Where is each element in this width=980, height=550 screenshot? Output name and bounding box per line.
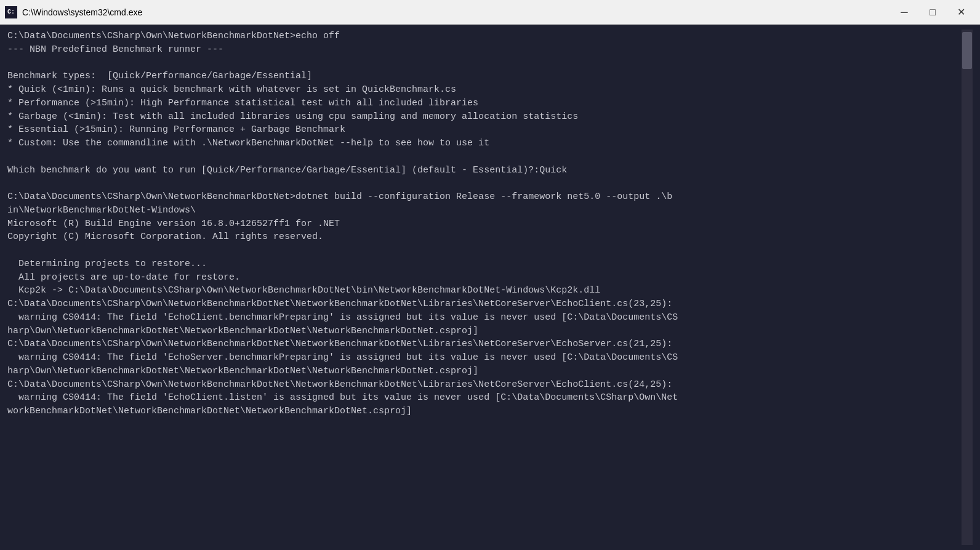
terminal-line: Microsoft (R) Build Engine version 16.8.… <box>7 217 962 231</box>
title-bar: C: C:\Windows\system32\cmd.exe ─ □ ✕ <box>0 0 980 25</box>
close-button[interactable]: ✕ <box>947 0 975 25</box>
scrollbar-thumb[interactable] <box>962 32 972 69</box>
terminal-line: --- NBN Predefined Benchmark runner --- <box>7 43 962 57</box>
terminal-window: C:\Data\Documents\CSharp\Own\NetworkBenc… <box>0 25 980 550</box>
terminal-line: in\NetworkBenchmarkDotNet-Windows\ <box>7 204 962 217</box>
terminal-line: C:\Data\Documents\CSharp\Own\NetworkBenc… <box>7 30 962 43</box>
terminal-line: Determining projects to restore... <box>7 257 962 271</box>
terminal-line: * Performance (>15min): High Performance… <box>7 97 962 110</box>
cmd-icon-label: C: <box>7 9 15 15</box>
terminal-line: warning CS0414: The field 'EchoClient.li… <box>7 391 962 405</box>
window-title: C:\Windows\system32\cmd.exe <box>22 7 142 17</box>
terminal-line: All projects are up-to-date for restore. <box>7 271 962 285</box>
terminal-line: Benchmark types: [Quick/Performance/Garb… <box>7 70 962 83</box>
terminal-output[interactable]: C:\Data\Documents\CSharp\Own\NetworkBenc… <box>7 30 962 545</box>
cmd-icon: C: <box>5 6 17 18</box>
terminal-line: Kcp2k -> C:\Data\Documents\CSharp\Own\Ne… <box>7 284 962 297</box>
scrollbar[interactable] <box>962 30 973 545</box>
title-bar-left: C: C:\Windows\system32\cmd.exe <box>5 6 142 18</box>
terminal-line-empty <box>7 150 962 164</box>
minimize-button[interactable]: ─ <box>890 0 918 25</box>
terminal-line: harp\Own\NetworkBenchmarkDotNet\NetworkB… <box>7 365 962 378</box>
terminal-line: C:\Data\Documents\CSharp\Own\NetworkBenc… <box>7 190 962 204</box>
terminal-line: * Essential (>15min): Running Performanc… <box>7 123 962 137</box>
window-controls: ─ □ ✕ <box>890 0 975 25</box>
terminal-line: Which benchmark do you want to run [Quic… <box>7 164 962 177</box>
terminal-line: C:\Data\Documents\CSharp\Own\NetworkBenc… <box>7 338 962 351</box>
terminal-line: * Custom: Use the commandline with .\Net… <box>7 137 962 150</box>
terminal-line-empty <box>7 244 962 257</box>
terminal-line: warning CS0414: The field 'EchoClient.be… <box>7 311 962 325</box>
terminal-line: workBenchmarkDotNet\NetworkBenchmarkDotN… <box>7 405 962 418</box>
terminal-line-empty <box>7 177 962 190</box>
terminal-line: Copyright (C) Microsoft Corporation. All… <box>7 230 962 244</box>
terminal-line: warning CS0414: The field 'EchoServer.be… <box>7 351 962 365</box>
terminal-line: harp\Own\NetworkBenchmarkDotNet\NetworkB… <box>7 325 962 338</box>
terminal-line: * Garbage (<1min): Test with all include… <box>7 110 962 124</box>
maximize-button[interactable]: □ <box>918 0 947 25</box>
terminal-line-empty <box>7 57 962 70</box>
terminal-line: C:\Data\Documents\CSharp\Own\NetworkBenc… <box>7 297 962 311</box>
terminal-line: C:\Data\Documents\CSharp\Own\NetworkBenc… <box>7 378 962 392</box>
terminal-line: * Quick (<1min): Runs a quick benchmark … <box>7 83 962 97</box>
